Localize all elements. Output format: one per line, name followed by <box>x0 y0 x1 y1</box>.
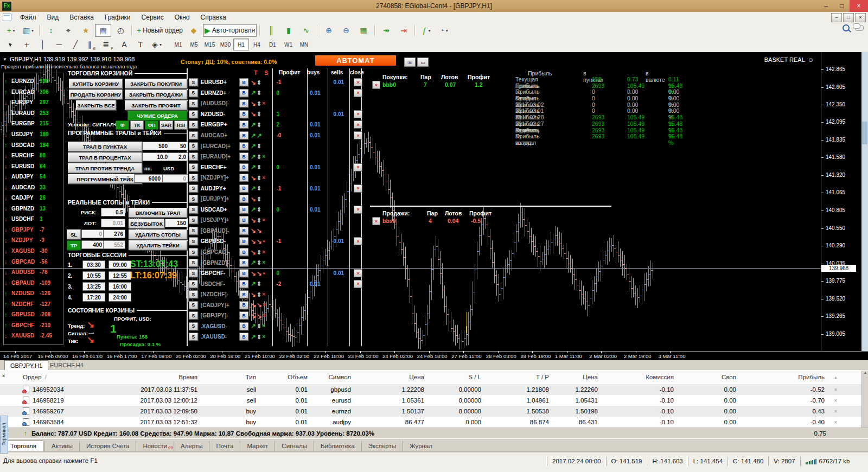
sell-button[interactable]: S <box>189 322 198 330</box>
breakeven-input[interactable]: 150 <box>165 219 188 227</box>
sell-button[interactable]: S <box>189 99 198 107</box>
menu-Файл[interactable]: Файл <box>15 12 42 22</box>
close-order-button[interactable]: × <box>829 419 844 425</box>
timeframe-M15[interactable]: M15 <box>202 39 218 50</box>
buy-button[interactable]: B <box>239 142 248 150</box>
menu-Вид[interactable]: Вид <box>42 12 65 22</box>
close-order-button[interactable]: × <box>829 409 844 414</box>
watchlist-row[interactable]: ↓GBPAUD-109 <box>4 277 62 288</box>
buy-button[interactable]: B <box>239 216 248 224</box>
tab-Новости[interactable]: Новости99 <box>136 441 174 451</box>
tab-Библиотека[interactable]: Библиотека <box>314 441 361 451</box>
trail-counter-button[interactable]: ТРАЛ ПРОТИВ ТРЕНДА <box>68 163 142 173</box>
buy-button[interactable]: B <box>239 290 248 298</box>
timeframe-H4[interactable]: H4 <box>249 39 265 50</box>
sell-button[interactable]: S <box>189 142 198 150</box>
trail-points-input-1[interactable]: 500 <box>142 142 170 150</box>
watchlist-row[interactable]: ↑NZDCHF-127 <box>4 298 62 309</box>
close-pair-button[interactable]: × <box>354 110 362 118</box>
sell-button[interactable]: S <box>189 311 198 320</box>
zoom-out-button[interactable]: ⊖ <box>338 24 354 37</box>
shapes-tool-button[interactable]: ◈▾ <box>149 38 164 51</box>
prog-take-button[interactable]: ПРОГРАММНЫЙ ТЕЙК <box>68 174 142 184</box>
text-tool-button[interactable]: A <box>117 38 132 51</box>
close-order-button[interactable]: × <box>829 398 844 404</box>
watchlist-row[interactable]: ↑USDCAD184 <box>4 139 62 150</box>
watchlist-row[interactable]: ↑EURCAD306 <box>4 87 62 98</box>
sell-button[interactable]: S <box>189 269 198 277</box>
watchlist-row[interactable]: ↓EURCHF88 <box>4 150 62 161</box>
column-header-Объем[interactable]: Объем <box>260 374 312 380</box>
foreign-orders-button[interactable]: ЧУЖИЕ ОРДЕРА <box>127 111 187 120</box>
close-button[interactable]: × <box>850 0 868 12</box>
buy-button[interactable]: B <box>239 184 248 193</box>
sell-button[interactable]: S <box>189 280 198 288</box>
trail-points-input-2[interactable]: 50 <box>169 142 188 150</box>
buy-button[interactable]: B <box>239 333 248 341</box>
watchlist-row[interactable]: ↑EURNZD390 <box>4 76 62 87</box>
tp-input-1[interactable]: 400 <box>81 240 104 249</box>
tab-Эксперты[interactable]: Эксперты <box>361 441 403 451</box>
lot-input[interactable]: 0.01 <box>101 219 125 227</box>
buy-button[interactable]: B <box>239 131 248 139</box>
orders-scrollbar[interactable]: ▲ <box>861 371 868 428</box>
watchlist-row[interactable]: ↑GBPCHF-210 <box>4 320 62 331</box>
sell-button[interactable]: S <box>189 259 198 267</box>
session-to-input[interactable]: 09:00 <box>108 260 131 269</box>
column-header-S / L[interactable]: S / L <box>429 374 486 380</box>
sell-button[interactable]: S <box>189 195 198 203</box>
watchlist-row[interactable]: ↓XAUUSD-2.45 <box>4 330 62 341</box>
session-from-input[interactable]: 03:30 <box>82 260 105 269</box>
close-pair-button[interactable]: × <box>354 163 362 171</box>
risk-input[interactable]: 0.5 <box>101 208 125 216</box>
sl-button[interactable]: SL <box>67 229 81 239</box>
watchlist-row[interactable]: ↓GBPJPY-7 <box>4 225 62 235</box>
child-restore-button[interactable]: □ <box>843 13 854 22</box>
tab-Торговля[interactable]: Торговля <box>3 441 43 452</box>
sell-basket-button[interactable]: ПРОДАТЬ КОРЗИНУ <box>69 90 123 99</box>
column-header-Цена[interactable]: Цена <box>553 374 602 380</box>
search-icon[interactable] <box>843 24 850 31</box>
tab-История Счета[interactable]: История Счета <box>79 441 136 451</box>
order-row[interactable]: 1469592672017.03.03 12:09:50buy0.01eurnz… <box>0 406 868 417</box>
timeframe-D1[interactable]: D1 <box>265 39 280 50</box>
watchlist-row[interactable]: ↓AUDCAD33 <box>4 182 62 193</box>
close-pair-button[interactable]: × <box>354 131 362 139</box>
condition-Ф-button[interactable]: Ф <box>116 120 129 130</box>
session-to-input[interactable]: 24:00 <box>108 293 131 302</box>
sell-button[interactable]: S <box>189 301 198 309</box>
column-header-T / P[interactable]: T / P <box>486 374 553 380</box>
sell-button[interactable]: S <box>189 174 198 182</box>
session-from-input[interactable]: 13:25 <box>82 282 105 291</box>
terminal-side-tab[interactable]: Терминал <box>0 416 8 454</box>
menu-Сервис[interactable]: Сервис <box>136 12 169 22</box>
close-pair-button[interactable]: × <box>354 206 362 214</box>
sell-button[interactable]: S <box>189 110 198 118</box>
new-order-button[interactable]: +Новый ордер <box>135 24 184 37</box>
watchlist-row[interactable]: ↓USDCHF1 <box>4 214 62 225</box>
watchlist-row[interactable]: ↑GBPUSD-208 <box>4 309 62 320</box>
profiles-button[interactable]: ▥▾ <box>20 24 36 37</box>
sell-button[interactable]: S <box>189 184 198 193</box>
minimize-button[interactable]: – <box>818 0 834 12</box>
buy-button[interactable]: B <box>239 269 248 277</box>
session-to-input[interactable]: 16:00 <box>108 282 131 291</box>
close-sells-button[interactable]: ЗАКРЫТЬ ПРОДАЖИ <box>125 90 187 99</box>
delete-takes-button[interactable]: УДАЛИТЬ ТЕЙКИ <box>129 240 187 250</box>
prog-take-input-1[interactable]: 6000 <box>134 174 163 183</box>
tab-Алерты[interactable]: Алерты <box>174 441 209 451</box>
sell-button[interactable]: S <box>189 120 198 129</box>
prog-take-input-2[interactable]: 0 <box>162 174 188 183</box>
buy-button[interactable]: B <box>239 163 248 171</box>
restore-button[interactable]: □ <box>834 0 850 12</box>
close-sells-basket-button[interactable]: × <box>372 217 380 225</box>
candle-chart-button[interactable]: ▮ <box>280 24 297 37</box>
data-window-button[interactable]: ◴ <box>112 24 129 37</box>
chart-tab-GBPJPY,H1[interactable]: GBPJPY,H1 <box>4 360 48 371</box>
menu-Вставка[interactable]: Вставка <box>64 12 99 22</box>
close-pair-button[interactable]: × <box>354 269 362 277</box>
timeframe-W1[interactable]: W1 <box>280 39 296 50</box>
watchlist-row[interactable]: ↓AUDUSD-78 <box>4 267 62 278</box>
sell-button[interactable]: S <box>189 131 198 139</box>
buy-button[interactable]: B <box>239 110 248 118</box>
